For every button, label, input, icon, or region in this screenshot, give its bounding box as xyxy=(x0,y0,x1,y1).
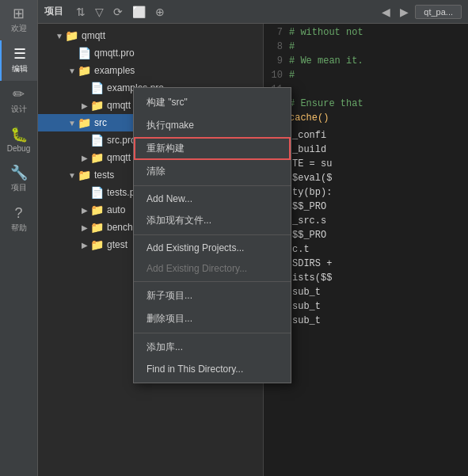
folder-icon: 📁 xyxy=(78,169,91,181)
menu-item-add-new[interactable]: Add New... xyxy=(134,188,291,209)
grid-icon: ⊞ xyxy=(13,6,25,21)
tree-label-tests: tests xyxy=(94,169,114,181)
tree-item-examples[interactable]: ▼ 📁 examples xyxy=(38,62,263,79)
menu-item-add-existing-proj[interactable]: Add Existing Projects... xyxy=(134,238,291,258)
folder-icon: 📁 xyxy=(90,151,104,164)
menu-separator-2 xyxy=(134,234,291,235)
code-line-13: 13 cache() xyxy=(264,112,468,127)
sync-button[interactable]: ⟳ xyxy=(110,4,126,20)
folder-icon: 📁 xyxy=(90,204,104,216)
sidebar-label-help: 帮助 xyxy=(11,223,27,234)
tree-label-gtest: gtest xyxy=(107,239,127,250)
toggle-examples-qmqtt: ▶ xyxy=(79,101,90,110)
tree-item-qmqtt[interactable]: ▼ 📁 qmqtt xyxy=(38,27,263,44)
context-menu: 构建 "src" 执行qmake 重新构建 清除 Add New... 添加现有… xyxy=(133,87,291,383)
code-line-10: 10 # xyxy=(264,70,468,84)
wrench-icon: 🔧 xyxy=(10,166,28,180)
menu-item-find-in-directory[interactable]: Find in This Directory... xyxy=(134,359,291,379)
sidebar-item-project[interactable]: 🔧 项目 xyxy=(0,159,37,200)
tree-label-qmqtt: qmqtt xyxy=(82,30,105,41)
folder-icon: 📁 xyxy=(78,116,91,129)
help-icon: ? xyxy=(14,206,22,220)
file-icon: 📄 xyxy=(90,186,104,199)
file-icon: 📄 xyxy=(78,47,91,59)
tree-label-auto: auto xyxy=(107,204,125,215)
toggle-src-qmqtt: ▶ xyxy=(79,154,90,162)
sidebar-item-welcome[interactable]: ⊞ 欢迎 xyxy=(0,0,37,40)
folder-icon: 📁 xyxy=(90,99,104,112)
code-area: 7 # without not 8 # 9 # We mean it. 10 #… xyxy=(264,24,468,333)
bug-icon: 🐛 xyxy=(10,128,28,142)
nav-right-button[interactable]: ▶ xyxy=(397,4,412,20)
sidebar: ⊞ 欢迎 ☰ 编辑 ✏ 设计 🐛 Debug 🔧 项目 ? 帮助 xyxy=(0,0,38,476)
editor-panel: 7 # without not 8 # 9 # We mean it. 10 #… xyxy=(264,24,468,476)
folder-icon: 📁 xyxy=(65,29,78,42)
line-content: # We mean it. xyxy=(289,55,363,67)
code-partial: _confi _build TE = su $eval($ ty(bp): $$… xyxy=(264,130,468,329)
code-line-11: 11 xyxy=(264,84,468,98)
file-icon: 📄 xyxy=(90,82,104,94)
menu-item-run-qmake[interactable]: 执行qmake xyxy=(134,114,291,137)
sort-button[interactable]: ⇅ xyxy=(73,4,89,20)
toggle-tests: ▼ xyxy=(67,171,78,180)
menu-item-add-library[interactable]: 添加库... xyxy=(134,336,291,359)
folder-icon: 📁 xyxy=(90,221,104,234)
content-area: ▼ 📁 qmqtt 📄 qmqtt.pro ▼ 📁 examples xyxy=(38,24,468,476)
line-content: # xyxy=(289,70,295,81)
toolbar-title: 项目 xyxy=(44,5,63,18)
sidebar-item-editor[interactable]: ☰ 编辑 xyxy=(0,40,37,81)
line-number: 9 xyxy=(264,55,289,67)
toggle-qmqtt: ▼ xyxy=(54,32,65,40)
menu-item-new-subproject[interactable]: 新子项目... xyxy=(134,284,291,307)
tree-label-examples-qmqtt: qmqtt xyxy=(107,100,131,111)
sidebar-label-design: 设计 xyxy=(11,104,27,115)
sidebar-item-help[interactable]: ? 帮助 xyxy=(0,200,37,240)
menu-separator-4 xyxy=(134,333,291,333)
menu-item-remove-project[interactable]: 删除项目... xyxy=(134,307,291,330)
tree-label-src-qmqtt: qmqtt xyxy=(107,152,131,163)
code-line-8: 8 # xyxy=(264,41,468,55)
editor-icon: ☰ xyxy=(13,47,26,61)
toggle-gtest: ▶ xyxy=(79,241,90,249)
line-content: # xyxy=(289,41,295,52)
project-toolbar: 项目 ⇅ ▽ ⟳ ⬜ ⊕ ◀ ▶ qt_pa... xyxy=(38,0,468,24)
menu-item-clean[interactable]: 清除 xyxy=(134,160,291,183)
menu-item-build[interactable]: 构建 "src" xyxy=(134,91,291,114)
menu-separator-3 xyxy=(134,281,291,282)
line-number: 10 xyxy=(264,70,289,81)
folder-icon: 📁 xyxy=(78,64,91,77)
toggle-benchmar: ▶ xyxy=(79,223,90,232)
code-line-9: 9 # We mean it. xyxy=(264,55,468,70)
tree-label-srcpro: src.pro xyxy=(107,135,136,146)
sidebar-item-design[interactable]: ✏ 设计 xyxy=(0,81,37,121)
line-number: 8 xyxy=(264,41,289,52)
nav-left-button[interactable]: ◀ xyxy=(379,4,394,20)
cross-button[interactable]: ⊕ xyxy=(152,4,168,20)
code-line-7: 7 # without not xyxy=(264,27,468,41)
line-number: 7 xyxy=(264,27,289,38)
sidebar-item-debug[interactable]: 🐛 Debug xyxy=(0,121,37,159)
design-icon: ✏ xyxy=(13,87,25,101)
tree-item-qmqttpro[interactable]: 📄 qmqtt.pro xyxy=(38,44,263,62)
file-icon: 📄 xyxy=(90,134,104,147)
sidebar-label-project: 项目 xyxy=(11,182,27,193)
editor-tab-button[interactable]: qt_pa... xyxy=(415,5,462,19)
menu-item-rebuild[interactable]: 重新构建 xyxy=(134,137,291,160)
menu-item-add-existing-dir: Add Existing Directory... xyxy=(134,258,291,279)
toggle-auto: ▶ xyxy=(79,206,90,215)
line-content: cache() xyxy=(289,112,329,124)
sidebar-label-welcome: 欢迎 xyxy=(11,23,27,34)
sidebar-label-debug: Debug xyxy=(7,144,30,153)
folder-icon: 📁 xyxy=(90,238,104,251)
toggle-src: ▼ xyxy=(67,119,78,128)
main-panel: 项目 ⇅ ▽ ⟳ ⬜ ⊕ ◀ ▶ qt_pa... ▼ 📁 qmqtt xyxy=(38,0,468,476)
filter-button[interactable]: ▽ xyxy=(92,4,107,20)
line-content: # Ensure that xyxy=(289,98,363,109)
sidebar-label-editor: 编辑 xyxy=(12,63,28,74)
toggle-examples: ▼ xyxy=(67,67,78,75)
tree-label-examples: examples xyxy=(94,65,135,76)
menu-item-add-existing-file[interactable]: 添加现有文件... xyxy=(134,209,291,232)
tree-label-src: src xyxy=(94,117,107,128)
line-content: # without not xyxy=(289,27,363,38)
add-folder-button[interactable]: ⬜ xyxy=(129,4,149,20)
